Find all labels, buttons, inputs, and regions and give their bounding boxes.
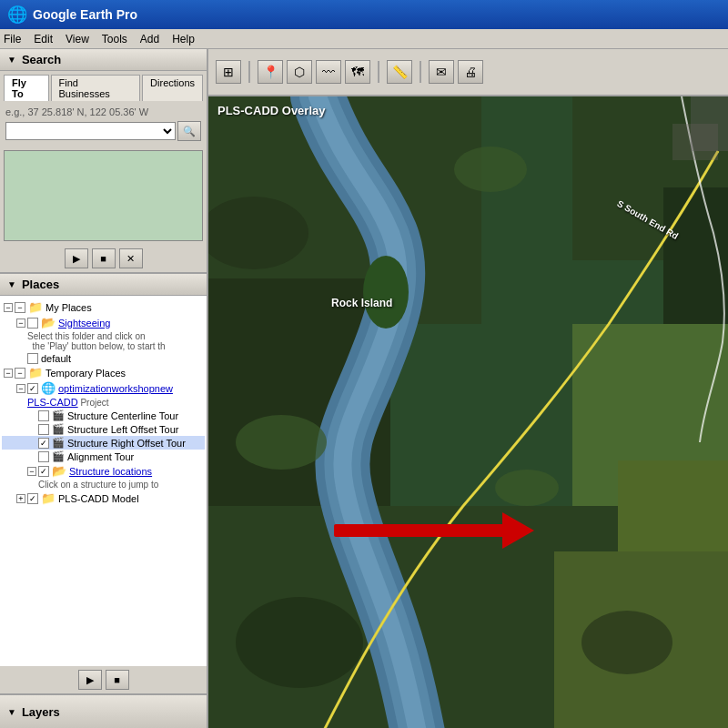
checkbox-optimization[interactable] xyxy=(27,383,38,394)
checkbox-default[interactable] xyxy=(27,353,38,364)
toolbar-placemark-button[interactable]: 📍 xyxy=(258,60,283,84)
checkbox-sightseeing[interactable] xyxy=(27,318,38,329)
checkbox-my-places[interactable] xyxy=(15,302,25,313)
tree-item-right-offset-tour[interactable]: 🎬 Structure Right Offset Tour xyxy=(2,436,205,450)
layers-triangle-icon[interactable]: ▼ xyxy=(7,707,16,717)
places-header: ▼ Places xyxy=(0,274,207,296)
left-panel: ▼ Search Fly To Find Businesses Directio… xyxy=(0,49,208,728)
toolbar-path-button[interactable]: 〰 xyxy=(316,60,341,84)
places-section: ▼ Places − 📁 My Places − 📂 Sightseeing xyxy=(0,274,207,693)
toolbar-email-button[interactable]: ✉ xyxy=(429,60,454,84)
search-input-row: 🔍 xyxy=(5,121,201,141)
folder-icon-structure-locations: 📂 xyxy=(52,464,66,478)
tree-item-sightseeing-info: Select this folder and click on the 'Pla… xyxy=(2,330,205,352)
tree-item-plscadd-info: PLS-CADD Project xyxy=(2,396,205,409)
search-play-button[interactable]: ▶ xyxy=(65,248,88,268)
folder-icon-optimization: 🌐 xyxy=(41,381,56,395)
label-optimization[interactable]: optimizationworkshopnew xyxy=(58,383,173,394)
menu-tools[interactable]: Tools xyxy=(102,33,127,46)
tree-item-sightseeing: − 📂 Sightseeing xyxy=(2,315,205,330)
places-controls: ▶ ■ xyxy=(0,666,207,693)
toolbar-overview-button[interactable]: ⊞ xyxy=(216,60,241,84)
label-temp-places: Temporary Places xyxy=(46,368,126,379)
folder-icon-sightseeing: 📂 xyxy=(41,316,56,329)
checkbox-alignment-tour[interactable] xyxy=(38,451,49,462)
toolbar-sep-3 xyxy=(420,61,421,83)
search-tabs: Fly To Find Businesses Directions xyxy=(0,71,207,101)
app-title: Google Earth Pro xyxy=(33,7,137,22)
places-play-button[interactable]: ▶ xyxy=(78,670,102,690)
places-triangle-icon[interactable]: ▼ xyxy=(7,279,16,289)
svg-point-9 xyxy=(363,256,409,329)
tab-directions[interactable]: Directions xyxy=(142,75,203,101)
search-placeholder: e.g., 37 25.818' N, 122 05.36' W xyxy=(5,106,201,117)
label-centerline-tour[interactable]: Structure Centerline Tour xyxy=(67,410,178,421)
search-dropdown[interactable] xyxy=(5,122,176,140)
toolbar-print-button[interactable]: 🖨 xyxy=(458,60,483,84)
label-structure-info: Click on a structure to jump to xyxy=(38,480,158,490)
map-area[interactable]: ⊞ 📍 ⬡ 〰 🗺 📏 ✉ 🖨 xyxy=(208,49,728,728)
tree-item-default: default xyxy=(2,352,205,365)
menu-help[interactable]: Help xyxy=(172,33,195,46)
toolbar-sep-1 xyxy=(248,61,250,83)
tour-icon-left-offset: 🎬 xyxy=(52,423,65,435)
tour-icon-alignment: 🎬 xyxy=(52,450,65,462)
label-left-offset-tour[interactable]: Structure Left Offset Tour xyxy=(67,424,179,435)
search-close-button[interactable]: ✕ xyxy=(119,248,143,268)
tour-icon-right-offset: 🎬 xyxy=(52,437,65,449)
checkbox-plscadd-model[interactable] xyxy=(27,493,38,504)
label-plscadd-model: PLS-CADD Model xyxy=(58,493,139,504)
label-alignment-tour[interactable]: Alignment Tour xyxy=(67,451,134,462)
globe-icon: 🌐 xyxy=(7,5,27,25)
tree-item-alignment-tour: 🎬 Alignment Tour xyxy=(2,450,205,463)
tree-item-temp-places: − 📁 Temporary Places xyxy=(2,365,205,380)
expand-optimization[interactable]: − xyxy=(16,384,25,393)
svg-point-13 xyxy=(454,147,527,192)
label-sightseeing-info: Select this folder and click on the 'Pla… xyxy=(27,331,166,351)
search-stop-button[interactable]: ■ xyxy=(92,248,116,268)
search-triangle-icon[interactable]: ▼ xyxy=(7,55,16,65)
expand-sightseeing[interactable]: − xyxy=(16,318,25,328)
tree-item-left-offset-tour: 🎬 Structure Left Offset Tour xyxy=(2,422,205,436)
expand-my-places[interactable]: − xyxy=(4,303,13,312)
checkbox-left-offset-tour[interactable] xyxy=(38,424,49,435)
folder-icon-my-places: 📁 xyxy=(28,300,43,314)
layers-title: Layers xyxy=(22,705,60,719)
checkbox-right-offset-tour[interactable] xyxy=(38,438,49,449)
svg-point-14 xyxy=(495,470,559,506)
toolbar-polygon-button[interactable]: ⬡ xyxy=(287,60,312,84)
label-right-offset-tour[interactable]: Structure Right Offset Tour xyxy=(67,438,186,449)
checkbox-centerline-tour[interactable] xyxy=(38,410,49,421)
toolbar-sep-2 xyxy=(378,61,379,83)
toolbar-ruler-button[interactable]: 📏 xyxy=(387,60,412,84)
tab-fly-to[interactable]: Fly To xyxy=(4,75,49,101)
label-plscadd-info: PLS-CADD Project xyxy=(27,397,109,408)
map-overlay-label: PLS-CADD Overlay xyxy=(217,104,325,117)
toolbar-overlay-button[interactable]: 🗺 xyxy=(345,60,370,84)
map-canvas: PLS-CADD Overlay Rock Island S South End… xyxy=(208,96,728,728)
search-go-button[interactable]: 🔍 xyxy=(177,121,201,141)
tree-item-structure-info: Click on a structure to jump to xyxy=(2,479,205,490)
expand-temp-places[interactable]: − xyxy=(4,369,13,378)
search-title: Search xyxy=(22,53,61,66)
menu-file[interactable]: File xyxy=(4,33,21,46)
tab-find-businesses[interactable]: Find Businesses xyxy=(51,75,141,101)
folder-icon-plscadd-model: 📁 xyxy=(41,491,56,505)
label-structure-locations[interactable]: Structure locations xyxy=(69,466,152,477)
svg-point-17 xyxy=(236,597,363,688)
menu-bar: File Edit View Tools Add Help xyxy=(0,29,728,49)
places-stop-button[interactable]: ■ xyxy=(106,670,129,690)
toolbar: ⊞ 📍 ⬡ 〰 🗺 📏 ✉ 🖨 xyxy=(208,49,728,96)
checkbox-temp-places[interactable] xyxy=(15,368,25,379)
menu-edit[interactable]: Edit xyxy=(34,33,53,46)
title-bar: 🌐 Google Earth Pro xyxy=(0,0,728,29)
search-section: ▼ Search Fly To Find Businesses Directio… xyxy=(0,49,207,274)
checkbox-structure-locations[interactable] xyxy=(38,466,49,477)
menu-view[interactable]: View xyxy=(66,33,89,46)
expand-plscadd-model[interactable]: + xyxy=(16,494,25,503)
expand-structure-locations[interactable]: − xyxy=(27,467,36,476)
places-tree: − 📁 My Places − 📂 Sightseeing Select thi… xyxy=(0,296,207,666)
menu-add[interactable]: Add xyxy=(140,33,159,46)
label-sightseeing[interactable]: Sightseeing xyxy=(58,318,111,329)
rock-island-label: Rock Island xyxy=(331,297,392,309)
